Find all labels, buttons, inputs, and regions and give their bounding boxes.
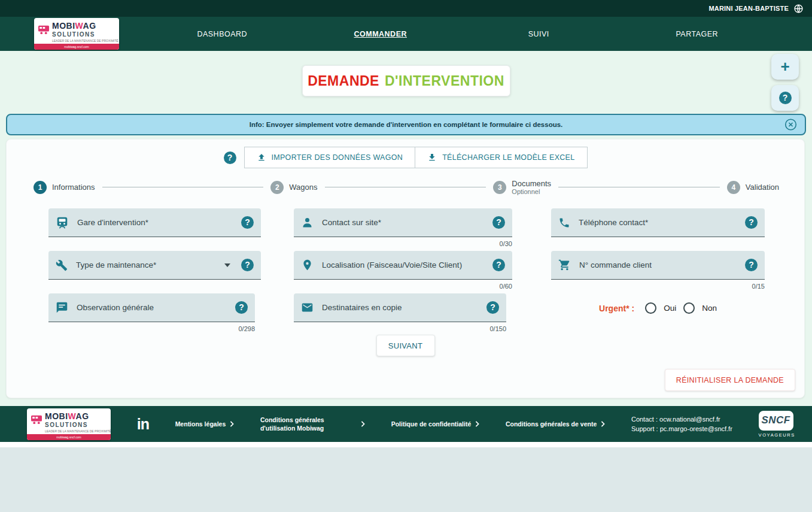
help-icon[interactable]: ? [241,259,254,271]
footer-mobiwag-logo[interactable]: MOBIWAG SOLUTIONS LEADER DE LA MAINTENAN… [27,408,111,440]
logo-subtitle: SOLUTIONS [45,422,89,429]
contact-email[interactable]: Contact : ocw.national@sncf.fr [631,414,732,425]
plus-icon: + [780,57,789,76]
numero-commande-field[interactable]: N° commande client ? [551,251,765,280]
linkedin-icon[interactable]: in [137,417,149,432]
wagon-logo-icon [31,414,42,425]
char-counter: 0/60 [294,283,512,290]
wrench-icon [56,259,68,271]
type-maintenance-select[interactable]: Type de maintenance* ? [48,251,261,280]
chevron-right-icon [361,421,365,427]
field-cell-localisation: Localisation (Faisceau/Voie/Site Client)… [294,251,512,290]
comment-icon [56,301,68,314]
help-icon[interactable]: ? [492,216,505,229]
telephone-contact-field[interactable]: Téléphone contact* ? [551,208,765,237]
radio-non[interactable] [683,302,695,314]
person-icon [301,216,314,229]
field-label: Contact sur site* [322,218,484,227]
observation-generale-field[interactable]: Observation générale ? [48,293,255,322]
download-excel-template-button[interactable]: TÉLÉCHARGER LE MODÈLE EXCEL [415,147,586,168]
next-button[interactable]: SUIVANT [376,335,435,356]
radio-non-label[interactable]: Non [702,304,717,313]
logo-tagline: LEADER DE LA MAINTENANCE DE PROXIMITÉ ! [27,429,111,434]
contact-sur-site-field[interactable]: Contact sur site* ? [294,208,512,237]
field-cell-commande: N° commande client ? 0/15 [551,251,765,290]
help-icon[interactable]: ? [745,259,758,271]
localisation-field[interactable]: Localisation (Faisceau/Voie/Site Client)… [294,251,512,280]
help-icon[interactable]: ? [235,301,248,314]
add-button[interactable]: + [771,54,799,80]
help-icon: ? [779,92,792,104]
char-counter: 0/298 [48,325,255,332]
upload-icon [257,153,266,162]
urgent-label: Urgent* : [599,304,634,313]
stepper: 1 Informations 2 Wagons 3 Documents Opti… [34,179,779,195]
help-icon[interactable]: ? [486,301,499,314]
user-name[interactable]: MARINI JEAN-BAPTISTE [708,5,789,12]
logo-wordmark: MOBIWAG [52,21,96,31]
step-connector [102,187,264,187]
nav-item-commander[interactable]: COMMANDER [302,30,460,38]
nav-item-partager[interactable]: PARTAGER [618,30,777,38]
footer-divider [0,442,812,447]
chevron-right-icon [475,421,479,427]
sncf-voyageurs-label: VOYAGEURS [759,432,795,438]
field-label: Destinataires en copie [322,303,478,312]
footer-link-conditions-vente[interactable]: Conditions générales de vente [506,420,605,428]
radio-oui-label[interactable]: Oui [664,304,676,313]
field-cell-destinataires: Destinataires en copie ? 0/150 [294,293,506,332]
footer-contact: Contact : ocw.national@sncf.fr Support :… [631,414,732,434]
field-cell-gare: Gare d'intervention* ? [48,208,261,237]
main-content: DEMANDE D'INTERVENTION + ? Info: Envoyer… [0,51,812,406]
logo-wordmark: MOBIWAG [45,411,89,421]
urgent-radio-group: Urgent* : Oui Non [551,302,765,314]
gare-intervention-field[interactable]: Gare d'intervention* ? [48,208,261,237]
step-connector [558,187,720,187]
help-button[interactable]: ? [771,85,799,111]
reset-request-button[interactable]: RÉINITIALISER LA DEMANDE [665,369,795,391]
page-title-part1: DEMANDE [308,73,379,89]
phone-icon [558,217,570,229]
page-title: DEMANDE D'INTERVENTION [302,65,510,96]
char-counter: 0/30 [294,240,512,247]
main-nav: MOBIWAG SOLUTIONS LEADER DE LA MAINTENAN… [0,17,812,51]
close-icon[interactable] [784,119,797,131]
cart-icon [558,259,571,271]
request-form-panel: ? IMPORTER DES DONNÉES WAGON TÉLÉCHARGER… [6,139,805,398]
destinataires-field[interactable]: Destinataires en copie ? [294,293,506,322]
help-icon[interactable]: ? [492,259,505,271]
footer-link-conditions-utilisation[interactable]: Conditions générales d'utilisation Mobiw… [260,416,365,432]
help-icon[interactable]: ? [241,216,254,229]
import-help-icon[interactable]: ? [224,152,236,164]
support-email[interactable]: Support : pc.margo-oreste@sncf.fr [631,424,732,434]
step-documents[interactable]: 3 Documents Optionnel [493,179,551,195]
field-cell-contact: Contact sur site* ? 0/30 [294,208,512,247]
sncf-logo: SNCF VOYAGEURS [759,411,795,438]
field-cell-observation: Observation générale ? 0/298 [48,293,255,332]
info-banner: Info: Envoyer simplement votre demande d… [6,114,806,135]
chevron-right-icon [601,421,605,427]
import-wagon-data-button[interactable]: IMPORTER DES DONNÉES WAGON [245,147,415,168]
nav-item-suivi[interactable]: SUIVI [460,30,618,38]
page-title-part2: D'INTERVENTION [385,73,504,89]
topbar: MARINI JEAN-BAPTISTE [0,0,812,17]
step-wagons[interactable]: 2 Wagons [270,181,317,194]
chevron-down-icon[interactable] [224,263,230,267]
field-label: Gare d'intervention* [77,218,233,227]
footer-link-mentions-legales[interactable]: Mentions légales [175,420,235,428]
mobiwag-logo[interactable]: MOBIWAG SOLUTIONS LEADER DE LA MAINTENAN… [34,18,119,50]
globe-icon[interactable] [793,4,804,14]
step-connector [325,187,486,187]
field-label: Type de maintenance* [76,260,216,269]
nav-items: DASHBOARD COMMANDER SUIVI PARTAGER [119,30,812,38]
step-validation[interactable]: 4 Validation [727,181,779,194]
chevron-right-icon [230,421,234,427]
footer-link-politique-confidentialite[interactable]: Politique de confidentialité [391,420,480,428]
char-counter: 0/15 [551,283,765,290]
import-row: ? IMPORTER DES DONNÉES WAGON TÉLÉCHARGER… [7,147,804,168]
help-icon[interactable]: ? [745,216,758,229]
step-informations[interactable]: 1 Informations [34,181,95,194]
field-cell-telephone: Téléphone contact* ? [551,208,765,237]
radio-oui[interactable] [645,302,656,314]
nav-item-dashboard[interactable]: DASHBOARD [143,30,302,38]
